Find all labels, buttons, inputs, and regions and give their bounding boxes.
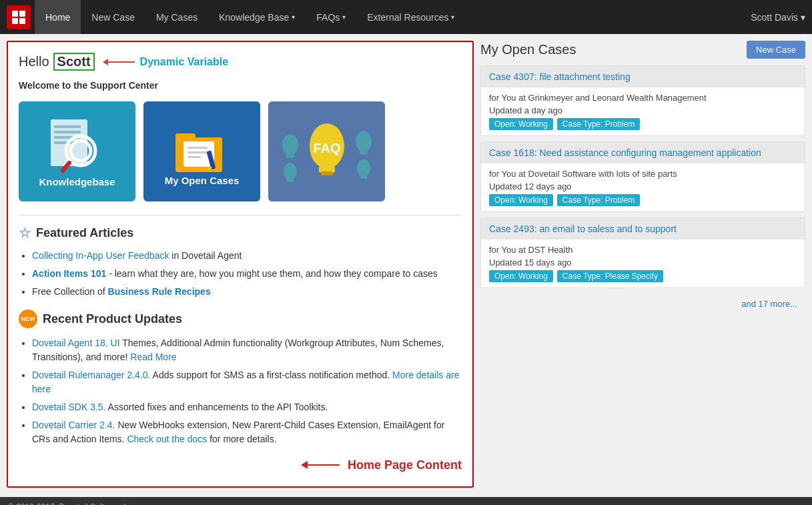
left-panel: Hello Scott Dynamic Variable Welcome to … — [7, 41, 474, 488]
tile-kb-label: Knowledgebase — [39, 176, 115, 187]
star-icon: ☆ — [19, 225, 31, 241]
nav-item-knowledge-base[interactable]: Knowledge Base ▾ — [208, 0, 306, 34]
svg-marker-35 — [301, 461, 308, 469]
left-arrow-icon-2 — [301, 457, 341, 473]
left-arrow-icon — [103, 55, 136, 69]
svg-rect-8 — [54, 131, 81, 133]
badge-type: Case Type: Problem — [557, 118, 641, 130]
hello-row: Hello Scott Dynamic Variable — [19, 53, 462, 71]
svg-rect-23 — [286, 154, 294, 158]
update-readmore-4[interactable]: Check out the docs — [127, 434, 207, 444]
right-panel: My Open Cases New Case Case 4307: file a… — [480, 41, 805, 488]
svg-rect-2 — [12, 18, 18, 24]
case-body-2493: for You at DST Health Updated 15 days ag… — [481, 239, 805, 288]
svg-rect-7 — [54, 125, 81, 128]
case-title-bar: Case 4307: file attachment testing — [481, 66, 805, 87]
update-readmore-1[interactable]: Read More — [130, 352, 176, 362]
update-link-3[interactable]: Dovetail SDK 3.5. — [32, 402, 106, 412]
article-link-2[interactable]: Action Items 101 — [32, 268, 106, 279]
article-link-1[interactable]: Collecting In-App User Feedback — [32, 250, 169, 261]
list-item: Dovetail SDK 3.5. Assorted fixes and enh… — [32, 400, 462, 414]
case-card-1618: Case 1618: Need assistance configuring m… — [480, 141, 805, 212]
main-content: Hello Scott Dynamic Variable Welcome to … — [0, 34, 812, 494]
chevron-down-icon: ▾ — [801, 12, 805, 23]
footer: © 2013-2017, Dovetail Software Inc. — [0, 497, 812, 505]
featured-header: ☆ Featured Articles — [19, 225, 462, 241]
updates-header: NEW Recent Product Updates — [19, 310, 462, 328]
new-case-button[interactable]: New Case — [747, 41, 805, 59]
badge-type: Case Type: Problem — [557, 194, 641, 206]
svg-rect-1 — [19, 11, 25, 17]
hello-greeting: Hello Scott — [19, 53, 95, 71]
case-link-2493[interactable]: Case 2493: an email to saless and to sup… — [489, 223, 677, 234]
svg-rect-17 — [187, 147, 208, 149]
more-cases-link[interactable]: and 17 more... — [480, 294, 805, 314]
svg-rect-0 — [12, 11, 18, 17]
chevron-down-icon: ▾ — [342, 13, 346, 21]
case-body-4307: for You at Grinkmeyer and Leonard Wealth… — [481, 87, 805, 135]
dynamic-variable-label: Dynamic Variable — [103, 55, 229, 69]
list-item: Dovetail Carrier 2.4. New WebHooks exten… — [32, 418, 462, 446]
nav-item-my-cases[interactable]: My Cases — [145, 0, 208, 34]
case-card-4307: Case 4307: file attachment testing for Y… — [480, 65, 805, 136]
svg-text:FAQ: FAQ — [313, 141, 340, 155]
right-panel-header: My Open Cases New Case — [480, 41, 805, 59]
svg-rect-15 — [175, 133, 195, 141]
case-link-4307[interactable]: Case 4307: file attachment testing — [489, 71, 631, 82]
case-card-2493: Case 2493: an email to saless and to sup… — [480, 217, 805, 288]
tile-knowledgebase[interactable]: Knowledgebase — [19, 101, 135, 201]
open-cases-title: My Open Cases — [480, 42, 576, 57]
list-item: Action Items 101 - learn what they are, … — [32, 267, 462, 281]
featured-articles-list: Collecting In-App User Feedback in Dovet… — [32, 249, 462, 299]
featured-title: Featured Articles — [36, 226, 133, 240]
faq-tile-icon: FAQ — [277, 111, 377, 191]
case-badges-4307: Open: Working Case Type: Problem — [489, 118, 797, 130]
home-page-content-label: Home Page Content — [348, 458, 462, 472]
tiles-row: Knowledgebase My Open Cases — [19, 101, 462, 201]
new-badge: NEW — [19, 310, 37, 328]
svg-rect-3 — [19, 18, 25, 24]
badge-status: Open: Working — [489, 194, 553, 206]
navbar: Home New Case My Cases Knowledge Base ▾ … — [0, 0, 812, 34]
home-page-annotation: Home Page Content — [19, 457, 462, 476]
svg-rect-32 — [321, 171, 333, 175]
svg-rect-19 — [187, 156, 201, 158]
list-item: Dovetail Rulemanager 2.4.0. Adds support… — [32, 368, 462, 396]
list-item: Collecting In-App User Feedback in Dovet… — [32, 249, 462, 263]
badge-status: Open: Working — [489, 118, 553, 130]
badge-type: Case Type: Please Specify — [557, 270, 663, 282]
case-body-1618: for You at Dovetail Software with lots o… — [481, 163, 805, 211]
list-item: Free Collection of Business Rule Recipes — [32, 285, 462, 299]
updates-title: Recent Product Updates — [43, 312, 182, 326]
badge-status: Open: Working — [489, 270, 553, 282]
svg-marker-5 — [103, 59, 108, 65]
welcome-text: Welcome to the Support Center — [19, 80, 462, 91]
nav-item-new-case[interactable]: New Case — [81, 0, 145, 34]
tile-faq[interactable]: FAQ — [268, 101, 385, 201]
nav-item-external-resources[interactable]: External Resources ▾ — [356, 0, 465, 34]
update-link-1[interactable]: Dovetail Agent 18. UI — [32, 338, 120, 348]
username-label: Scott Davis — [751, 12, 798, 23]
app-logo[interactable] — [7, 5, 31, 29]
svg-point-26 — [284, 163, 297, 180]
article-link-3[interactable]: Business Rule Recipes — [108, 286, 211, 297]
user-menu[interactable]: Scott Davis ▾ — [751, 12, 805, 23]
case-title-bar: Case 1618: Need assistance configuring m… — [481, 142, 805, 163]
divider-featured — [19, 215, 462, 215]
nav-item-home[interactable]: Home — [35, 0, 81, 34]
tile-my-cases[interactable]: My Open Cases — [143, 101, 260, 201]
hello-prefix: Hello — [19, 54, 49, 69]
svg-point-24 — [356, 131, 372, 152]
update-link-4[interactable]: Dovetail Carrier 2.4. — [32, 420, 115, 430]
chevron-down-icon: ▾ — [292, 13, 295, 21]
case-link-1618[interactable]: Case 1618: Need assistance configuring m… — [489, 147, 761, 158]
svg-rect-27 — [287, 179, 294, 182]
case-title-bar: Case 2493: an email to saless and to sup… — [481, 218, 805, 239]
case-badges-2493: Open: Working Case Type: Please Specify — [489, 270, 797, 282]
footer-text: © 2013-2017, Dovetail Software Inc. — [8, 502, 137, 505]
list-item: Dovetail Agent 18. UI Themes, Additional… — [32, 336, 462, 364]
case-badges-1618: Open: Working Case Type: Problem — [489, 194, 797, 206]
cases-tile-icon — [169, 117, 236, 177]
nav-item-faqs[interactable]: FAQs ▾ — [306, 0, 356, 34]
update-link-2[interactable]: Dovetail Rulemanager 2.4.0. — [32, 370, 150, 380]
